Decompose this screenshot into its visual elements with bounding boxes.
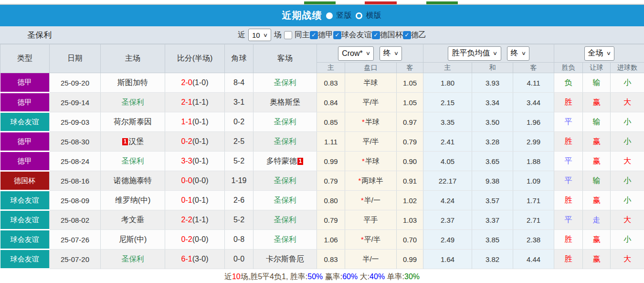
asian-home-odds: 1.11: [317, 132, 345, 152]
league-filter-label[interactable]: 球会友谊: [341, 30, 372, 40]
score-cell: 0-1(0-1): [165, 191, 225, 210]
corners-cell: 8-4: [225, 73, 253, 93]
goals-result: 小: [611, 132, 644, 152]
home-team-cell: 圣保利: [101, 250, 165, 269]
checkbox-checked-icon[interactable]: ✓: [372, 31, 380, 39]
match-row: 球会友谊25-08-02考文垂2-2(1-1)5-2圣保利0.79平手1.032…: [0, 210, 644, 230]
star-marker: *: [361, 196, 364, 204]
recent-count-select[interactable]: 10 ∨: [248, 29, 271, 41]
checkbox-checked-icon[interactable]: ✓: [310, 31, 318, 39]
league-filter-label[interactable]: 德国杯: [380, 30, 403, 40]
handicap-result: 赢: [583, 191, 611, 210]
away-team-cell: 圣保利: [253, 230, 317, 250]
handicap-result: 走: [583, 210, 611, 230]
asian-handicap: *两球半: [345, 171, 397, 191]
league-filter-1[interactable]: ✓德甲: [310, 30, 333, 40]
vertical-layout-option[interactable]: 竖版: [337, 11, 352, 21]
title-bar: 近期战绩 竖版 横版: [0, 5, 644, 26]
goals-result: 大: [611, 152, 644, 171]
same-home-label[interactable]: 同主: [295, 30, 310, 40]
same-home-checkbox[interactable]: [284, 31, 292, 39]
score-cell: 2-1(1-1): [165, 93, 225, 112]
wdl-result: 平: [554, 210, 583, 230]
league-filter-3[interactable]: ✓德国杯: [372, 30, 403, 40]
recent-results-panel: 近期战绩 竖版 横版 圣保利 近 10 ∨ 场 同主 ✓德甲✓球会友谊✓德国杯✓…: [0, 0, 644, 283]
league-filter-label[interactable]: 德甲: [318, 30, 333, 40]
result-scope-select[interactable]: 全场∨: [584, 46, 614, 61]
recent-label: 近: [238, 30, 245, 40]
goals-result: 小: [611, 230, 644, 250]
home-team-cell: 诺德施泰特: [101, 171, 165, 191]
bookmaker-select[interactable]: Crow*∨: [338, 46, 374, 61]
asian-away-odds: 1.03: [397, 210, 423, 230]
home-team-cell: 荷尔斯泰因: [101, 112, 165, 132]
handicap-result: 赢: [583, 152, 611, 171]
away-team-cell: 圣保利: [253, 132, 317, 152]
asian-away-odds: 0.91: [397, 171, 423, 191]
chevron-down-icon: ∨: [263, 32, 267, 38]
match-date: 25-08-09: [50, 191, 101, 210]
team-name: 圣保利: [274, 196, 296, 204]
away-team-cell: 多特蒙德1: [253, 152, 317, 171]
asian-home-odds: 0.79: [317, 210, 345, 230]
match-row: 球会友谊25-09-03荷尔斯泰因1-1(0-1)0-2圣保利0.85*半球0.…: [0, 112, 644, 132]
summary-segment: 赢率:: [323, 272, 342, 282]
subcol-euro-home: 主: [423, 63, 472, 73]
corners-cell: 5-2: [225, 210, 253, 230]
away-team-cell: 圣保利: [253, 210, 317, 230]
asian-away-odds: 1.05: [397, 73, 423, 93]
match-date: 25-07-20: [50, 250, 101, 269]
match-row: 德甲25-09-14圣保利2-1(1-1)3-1奥格斯堡0.84平/半1.052…: [0, 93, 644, 112]
league-filter-2[interactable]: ✓球会友谊: [333, 30, 372, 40]
team-name: 圣保利: [121, 157, 144, 165]
summary-segment: 大:: [358, 272, 370, 282]
cutoff-button-edge: [304, 1, 336, 4]
euro-odds-state-select[interactable]: 终∨: [507, 46, 529, 61]
match-row: 球会友谊25-07-20圣保利6-1(3-0)0-0卡尔斯鲁厄0.83半/一0.…: [0, 250, 644, 269]
summary-segment: 近: [224, 272, 232, 282]
team-name: 圣保利: [121, 255, 144, 263]
asian-odds-state-select[interactable]: 终∨: [380, 46, 402, 61]
wdl-result: 胜: [554, 250, 583, 269]
league-type-badge: 德国杯: [0, 171, 50, 191]
league-filter-label[interactable]: 德乙: [411, 30, 426, 40]
league-type-badge: 德甲: [0, 73, 50, 93]
match-row: 德甲25-08-24圣保利3-3(0-1)5-2多特蒙德10.99*半球0.90…: [0, 152, 644, 171]
asian-handicap: *半球: [345, 112, 397, 132]
checkbox-checked-icon[interactable]: ✓: [333, 31, 341, 39]
team-name: 多特蒙德: [266, 157, 297, 165]
league-type-badge: 球会友谊: [0, 191, 50, 210]
subcol-wdl: 胜负: [554, 63, 583, 73]
wdl-result: 胜: [554, 230, 583, 250]
league-filter-4[interactable]: ✓德乙: [403, 30, 426, 40]
radio-horizontal-icon[interactable]: [356, 12, 362, 19]
asian-handicap: 半球: [345, 73, 397, 93]
league-type-badge: 球会友谊: [0, 210, 50, 230]
asian-home-odds: 0.83: [317, 73, 345, 93]
handicap-result: 赢: [583, 93, 611, 112]
euro-odds-type-select[interactable]: 胜平负均值∨: [448, 46, 501, 61]
goals-result: 小: [611, 112, 644, 132]
asian-handicap: *平/半: [345, 230, 397, 250]
radio-vertical-selected-icon[interactable]: [326, 12, 333, 19]
away-team-cell: 圣保利: [253, 73, 317, 93]
corners-cell: 1-19: [225, 171, 253, 191]
handicap-result: 赢: [583, 132, 611, 152]
summary-segment: 10: [232, 272, 241, 281]
summary-line: 近10场,胜5平4负1, 胜率:50% 赢率:60% 大:40% 单率:30%: [0, 270, 644, 283]
handicap-result: 输: [583, 171, 611, 191]
score-cell: 6-1(3-0): [165, 250, 225, 269]
asian-away-odds: 1.02: [397, 191, 423, 210]
handicap-result: 输: [583, 73, 611, 93]
euro-draw-odds: 3.57: [472, 191, 513, 210]
result-scope-header: 全场∨: [554, 44, 644, 63]
checkbox-checked-icon[interactable]: ✓: [403, 31, 411, 39]
chevron-down-icon: ∨: [366, 50, 370, 56]
match-date: 25-08-24: [50, 152, 101, 171]
horizontal-layout-option[interactable]: 横版: [366, 11, 381, 21]
recent-results-table: 类型 日期 主场 比分(半场) 角球 客场 Crow*∨ 终∨ 胜平负均值∨ 终…: [0, 44, 644, 270]
match-row: 球会友谊25-07-26尼斯(中)0-2(0-0)0-8圣保利1.06*平/半0…: [0, 230, 644, 250]
corners-cell: 2-6: [225, 191, 253, 210]
cutoff-button-edge: [426, 1, 458, 4]
team-name: 荷尔斯泰因: [114, 118, 152, 126]
